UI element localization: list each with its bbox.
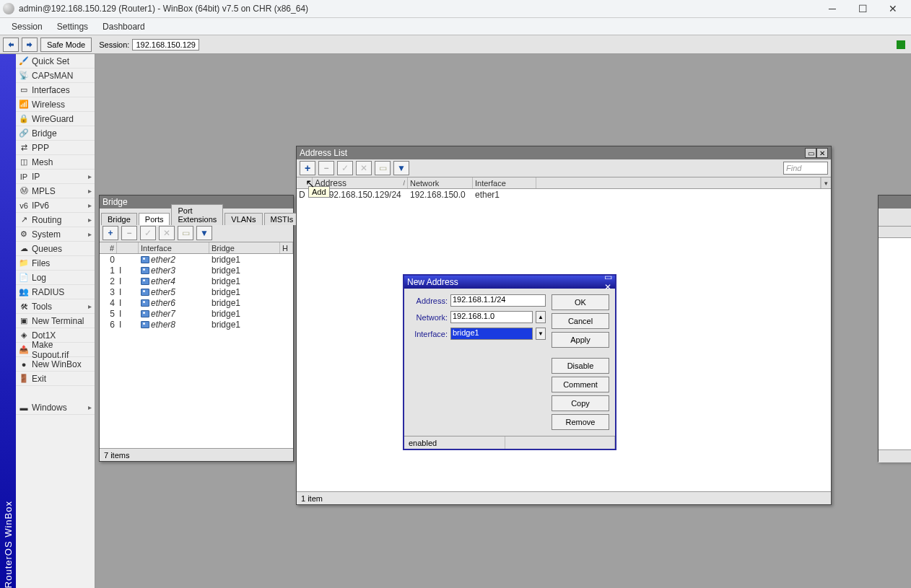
addrlist-enable-button[interactable]: ✓	[337, 161, 353, 175]
addrlist-find[interactable]: Find	[783, 162, 828, 175]
nav-item-capsman[interactable]: 📡CAPsMAN	[16, 69, 95, 83]
chevron-right-icon: ▸	[88, 302, 92, 310]
menu-settings[interactable]: Settings	[50, 20, 95, 33]
nav-label: Quick Set	[32, 56, 69, 66]
addrlist-col-net[interactable]: Network	[408, 177, 473, 188]
safe-mode-button[interactable]: Safe Mode	[40, 38, 92, 52]
copy-button[interactable]: Copy	[552, 395, 609, 411]
menu-session[interactable]: Session	[4, 20, 50, 33]
remove-button[interactable]: Remove	[552, 414, 609, 430]
bridge-filter-button[interactable]: ▼	[196, 226, 212, 240]
nav-item-ipv6[interactable]: v6IPv6▸	[16, 198, 95, 213]
table-row[interactable]: 2Iether4bridge1	[100, 276, 293, 286]
nav-label: PPP	[32, 143, 49, 153]
nav-item-mpls[interactable]: ⓂMPLS▸	[16, 184, 95, 198]
nav-label: Queues	[32, 244, 62, 254]
tab-vlans[interactable]: VLANs	[225, 213, 262, 225]
nav-item-system[interactable]: ⚙System▸	[16, 227, 95, 242]
nav-label: Interfaces	[32, 85, 70, 95]
nav-item-windows[interactable]: ▬Windows▸	[16, 400, 95, 415]
ok-button[interactable]: OK	[552, 294, 609, 310]
bridge-col-num[interactable]: #	[100, 242, 117, 253]
addrlist-min[interactable]: ▭	[805, 148, 816, 158]
tab-port-extensions[interactable]: Port Extensions	[171, 204, 223, 225]
nav-item-quick-set[interactable]: 🖌️Quick Set	[16, 54, 95, 69]
maximize-button[interactable]: ☐	[847, 0, 878, 17]
nav-label: Files	[32, 258, 50, 268]
redo-button[interactable]	[22, 38, 38, 52]
bridge-enable-button[interactable]: ✓	[140, 226, 156, 240]
nav-label: MPLS	[32, 186, 56, 196]
nav-item-queues[interactable]: ☁Queues	[16, 242, 95, 256]
close-button[interactable]: ✕	[878, 0, 908, 17]
addrlist-row[interactable]: D ⚑192.168.150.129/24 192.168.150.0 ethe…	[297, 189, 831, 200]
nav-label: Bridge	[32, 128, 57, 139]
nav-item-exit[interactable]: 🚪Exit	[16, 372, 95, 386]
nav-item-wireless[interactable]: 📶Wireless	[16, 97, 95, 112]
table-row[interactable]: 0ether2bridge1	[100, 254, 293, 265]
nav-label: Dot1X	[32, 330, 56, 341]
interface-dropdown[interactable]: ▼	[536, 328, 546, 340]
nav-label: System	[32, 229, 61, 240]
nav-item-routing[interactable]: ↗Routing▸	[16, 213, 95, 227]
address-input[interactable]: 192.168.1.1/24	[450, 294, 546, 307]
interface-label: Interface:	[410, 330, 448, 338]
nav-item-files[interactable]: 📁Files	[16, 256, 95, 271]
nav-item-new-terminal[interactable]: ▣New Terminal	[16, 314, 95, 328]
network-collapse[interactable]: ▲	[536, 311, 546, 323]
nav-item-mesh[interactable]: ◫Mesh	[16, 155, 95, 170]
addrlist-filter-button[interactable]: ▼	[393, 161, 409, 175]
address-label: Address:	[410, 297, 448, 305]
undo-button[interactable]	[3, 38, 19, 52]
nav-icon: 📤	[19, 345, 29, 355]
apply-button[interactable]: Apply	[552, 332, 609, 348]
addrlist-col-menu[interactable]: ▾	[821, 177, 831, 188]
newaddr-close[interactable]: ✕	[604, 282, 612, 292]
nav-item-wireguard[interactable]: 🔒WireGuard	[16, 112, 95, 126]
interface-input[interactable]: bridge1	[450, 328, 533, 340]
minimize-button[interactable]: ─	[817, 0, 847, 17]
tab-bridge[interactable]: Bridge	[101, 213, 137, 225]
bridge-col-bridge[interactable]: Bridge	[209, 242, 280, 253]
tab-mstis[interactable]: MSTIs	[264, 213, 300, 225]
table-row[interactable]: 6Iether8bridge1	[100, 319, 293, 330]
bridge-remove-button[interactable]: −	[121, 226, 137, 240]
bridge-disable-button[interactable]: ✕	[159, 226, 175, 240]
comment-button[interactable]: Comment	[552, 377, 609, 392]
menu-dashboard[interactable]: Dashboard	[95, 20, 152, 33]
nav-item-ip[interactable]: IPIP▸	[16, 170, 95, 184]
nav-item-ppp[interactable]: ⇄PPP	[16, 141, 95, 155]
addrlist-col-iface[interactable]: Interface	[473, 177, 536, 188]
table-row[interactable]: 5Iether7bridge1	[100, 308, 293, 319]
nav-item-radius[interactable]: 👥RADIUS	[16, 285, 95, 299]
table-row[interactable]: 1Iether3bridge1	[100, 265, 293, 276]
addrlist-add-button[interactable]: +	[300, 161, 315, 175]
nav-item-interfaces[interactable]: ▭Interfaces	[16, 83, 95, 97]
bridge-add-button[interactable]: +	[103, 226, 118, 240]
bridge-col-iface[interactable]: Interface	[139, 242, 209, 253]
nav-item-log[interactable]: 📄Log	[16, 271, 95, 285]
table-row[interactable]: 4Iether6bridge1	[100, 297, 293, 308]
newaddr-min[interactable]: ▭	[604, 272, 612, 282]
network-input[interactable]: 192.168.1.0	[450, 311, 533, 323]
bridge-comment-button[interactable]: ▭	[178, 226, 193, 240]
table-row[interactable]: 3Iether5bridge1	[100, 286, 293, 297]
disable-button[interactable]: Disable	[552, 358, 609, 374]
addrlist-remove-button[interactable]: −	[318, 161, 334, 175]
addrlist-close[interactable]: ✕	[816, 148, 828, 158]
tab-ports[interactable]: Ports	[139, 213, 170, 225]
nav-item-new-winbox[interactable]: ●New WinBox	[16, 357, 95, 372]
addrlist-comment-button[interactable]: ▭	[375, 161, 391, 175]
bridge-col-h[interactable]: H	[280, 242, 293, 253]
nav-label: New WinBox	[32, 359, 82, 369]
addrlist-disable-button[interactable]: ✕	[356, 161, 372, 175]
nav-item-tools[interactable]: 🛠Tools▸	[16, 299, 95, 314]
nav-label: RADIUS	[32, 287, 64, 297]
nav-icon: 🖌️	[19, 56, 29, 66]
bridge-window: Bridge BridgePortsPort ExtensionsVLANsMS…	[99, 195, 294, 462]
bridge-col-flag[interactable]	[117, 242, 139, 253]
cancel-button[interactable]: Cancel	[552, 313, 609, 329]
nav-item-bridge[interactable]: 🔗Bridge	[16, 126, 95, 141]
nav-icon: 🔒	[19, 114, 29, 124]
nav-item-make-supout.rif[interactable]: 📤Make Supout.rif	[16, 343, 95, 357]
